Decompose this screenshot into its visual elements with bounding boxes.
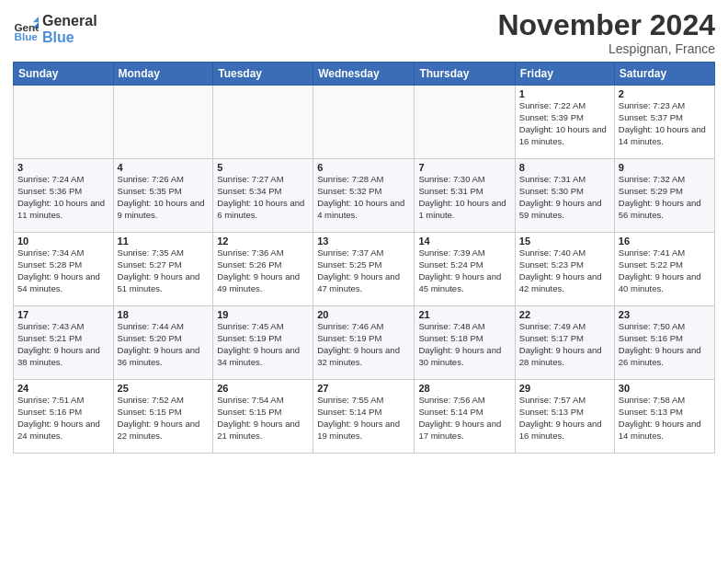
day-info: Sunrise: 7:31 AM Sunset: 5:30 PM Dayligh… [519,174,610,221]
table-row: 13Sunrise: 7:37 AM Sunset: 5:25 PM Dayli… [313,233,415,306]
day-number: 20 [317,309,410,320]
table-row: 9Sunrise: 7:32 AM Sunset: 5:29 PM Daylig… [614,159,714,233]
table-row [313,86,415,159]
day-info: Sunrise: 7:28 AM Sunset: 5:32 PM Dayligh… [317,174,410,221]
day-info: Sunrise: 7:26 AM Sunset: 5:35 PM Dayligh… [118,174,210,221]
day-info: Sunrise: 7:55 AM Sunset: 5:14 PM Dayligh… [317,395,410,442]
day-info: Sunrise: 7:36 AM Sunset: 5:26 PM Dayligh… [217,247,309,294]
table-row: 24Sunrise: 7:51 AM Sunset: 5:16 PM Dayli… [14,380,114,454]
header-sunday: Sunday [14,63,114,86]
table-row: 28Sunrise: 7:56 AM Sunset: 5:14 PM Dayli… [415,380,515,454]
header-thursday: Thursday [415,63,515,86]
day-number: 3 [17,162,109,173]
day-number: 9 [619,162,711,173]
day-info: Sunrise: 7:37 AM Sunset: 5:25 PM Dayligh… [317,247,410,294]
day-info: Sunrise: 7:52 AM Sunset: 5:15 PM Dayligh… [118,395,210,442]
day-number: 22 [519,309,610,320]
table-row [213,86,313,159]
day-number: 17 [17,309,109,320]
title-block: November 2024 Lespignan, France [497,9,715,56]
table-row: 17Sunrise: 7:43 AM Sunset: 5:21 PM Dayli… [14,306,114,380]
month-title: November 2024 [497,9,715,41]
day-info: Sunrise: 7:49 AM Sunset: 5:17 PM Dayligh… [519,321,610,368]
header-tuesday: Tuesday [213,63,313,86]
day-info: Sunrise: 7:32 AM Sunset: 5:29 PM Dayligh… [619,174,711,221]
day-number: 8 [519,162,610,173]
day-info: Sunrise: 7:46 AM Sunset: 5:19 PM Dayligh… [317,321,410,368]
header-saturday: Saturday [614,63,714,86]
table-row: 30Sunrise: 7:58 AM Sunset: 5:13 PM Dayli… [614,380,714,454]
header-monday: Monday [113,63,213,86]
day-info: Sunrise: 7:57 AM Sunset: 5:13 PM Dayligh… [519,395,610,442]
day-info: Sunrise: 7:54 AM Sunset: 5:15 PM Dayligh… [217,395,309,442]
table-row: 18Sunrise: 7:44 AM Sunset: 5:20 PM Dayli… [113,306,213,380]
day-number: 16 [619,236,711,247]
location: Lespignan, France [497,41,715,56]
day-info: Sunrise: 7:43 AM Sunset: 5:21 PM Dayligh… [17,321,109,368]
header-friday: Friday [515,63,614,86]
day-number: 11 [118,236,210,247]
table-row: 23Sunrise: 7:50 AM Sunset: 5:16 PM Dayli… [614,306,714,380]
table-row: 27Sunrise: 7:55 AM Sunset: 5:14 PM Dayli… [313,380,415,454]
logo: General Blue General Blue [13,13,97,45]
day-number: 7 [418,162,510,173]
day-info: Sunrise: 7:30 AM Sunset: 5:31 PM Dayligh… [418,174,510,221]
table-row: 6Sunrise: 7:28 AM Sunset: 5:32 PM Daylig… [313,159,415,233]
table-row: 1Sunrise: 7:22 AM Sunset: 5:39 PM Daylig… [515,86,614,159]
table-row: 2Sunrise: 7:23 AM Sunset: 5:37 PM Daylig… [614,86,714,159]
day-number: 28 [418,383,510,394]
table-row: 19Sunrise: 7:45 AM Sunset: 5:19 PM Dayli… [213,306,313,380]
day-info: Sunrise: 7:40 AM Sunset: 5:23 PM Dayligh… [519,247,610,294]
day-number: 6 [317,162,410,173]
table-row: 7Sunrise: 7:30 AM Sunset: 5:31 PM Daylig… [415,159,515,233]
table-row: 16Sunrise: 7:41 AM Sunset: 5:22 PM Dayli… [614,233,714,306]
day-info: Sunrise: 7:34 AM Sunset: 5:28 PM Dayligh… [17,247,109,294]
page: General Blue General Blue November 2024 … [0,0,728,463]
day-info: Sunrise: 7:50 AM Sunset: 5:16 PM Dayligh… [619,321,711,368]
table-row: 22Sunrise: 7:49 AM Sunset: 5:17 PM Dayli… [515,306,614,380]
day-info: Sunrise: 7:44 AM Sunset: 5:20 PM Dayligh… [118,321,210,368]
day-number: 10 [17,236,109,247]
calendar-week-row: 10Sunrise: 7:34 AM Sunset: 5:28 PM Dayli… [14,233,715,306]
day-number: 26 [217,383,309,394]
day-info: Sunrise: 7:39 AM Sunset: 5:24 PM Dayligh… [418,247,510,294]
day-number: 5 [217,162,309,173]
calendar-week-row: 24Sunrise: 7:51 AM Sunset: 5:16 PM Dayli… [14,380,715,454]
day-number: 18 [118,309,210,320]
day-number: 23 [619,309,711,320]
table-row: 11Sunrise: 7:35 AM Sunset: 5:27 PM Dayli… [113,233,213,306]
day-number: 4 [118,162,210,173]
day-info: Sunrise: 7:41 AM Sunset: 5:22 PM Dayligh… [619,247,711,294]
table-row [14,86,114,159]
table-row: 10Sunrise: 7:34 AM Sunset: 5:28 PM Dayli… [14,233,114,306]
calendar-header-row: Sunday Monday Tuesday Wednesday Thursday… [14,63,715,86]
day-number: 24 [17,383,109,394]
table-row: 5Sunrise: 7:27 AM Sunset: 5:34 PM Daylig… [213,159,313,233]
calendar-week-row: 3Sunrise: 7:24 AM Sunset: 5:36 PM Daylig… [14,159,715,233]
table-row: 12Sunrise: 7:36 AM Sunset: 5:26 PM Dayli… [213,233,313,306]
day-info: Sunrise: 7:56 AM Sunset: 5:14 PM Dayligh… [418,395,510,442]
svg-marker-2 [33,17,39,22]
day-info: Sunrise: 7:51 AM Sunset: 5:16 PM Dayligh… [17,395,109,442]
calendar-week-row: 17Sunrise: 7:43 AM Sunset: 5:21 PM Dayli… [14,306,715,380]
calendar-table: Sunday Monday Tuesday Wednesday Thursday… [13,62,715,454]
logo-icon: General Blue [13,17,39,42]
table-row: 15Sunrise: 7:40 AM Sunset: 5:23 PM Dayli… [515,233,614,306]
day-number: 14 [418,236,510,247]
day-info: Sunrise: 7:27 AM Sunset: 5:34 PM Dayligh… [217,174,309,221]
day-number: 30 [619,383,711,394]
logo-text-line2: Blue [42,29,97,46]
day-number: 21 [418,309,510,320]
table-row [113,86,213,159]
calendar-week-row: 1Sunrise: 7:22 AM Sunset: 5:39 PM Daylig… [14,86,715,159]
day-info: Sunrise: 7:24 AM Sunset: 5:36 PM Dayligh… [17,174,109,221]
day-number: 25 [118,383,210,394]
header-wednesday: Wednesday [313,63,415,86]
table-row: 26Sunrise: 7:54 AM Sunset: 5:15 PM Dayli… [213,380,313,454]
day-info: Sunrise: 7:58 AM Sunset: 5:13 PM Dayligh… [619,395,711,442]
header: General Blue General Blue November 2024 … [13,9,715,56]
day-info: Sunrise: 7:22 AM Sunset: 5:39 PM Dayligh… [519,100,610,147]
day-info: Sunrise: 7:35 AM Sunset: 5:27 PM Dayligh… [118,247,210,294]
svg-text:Blue: Blue [15,29,39,41]
table-row: 25Sunrise: 7:52 AM Sunset: 5:15 PM Dayli… [113,380,213,454]
